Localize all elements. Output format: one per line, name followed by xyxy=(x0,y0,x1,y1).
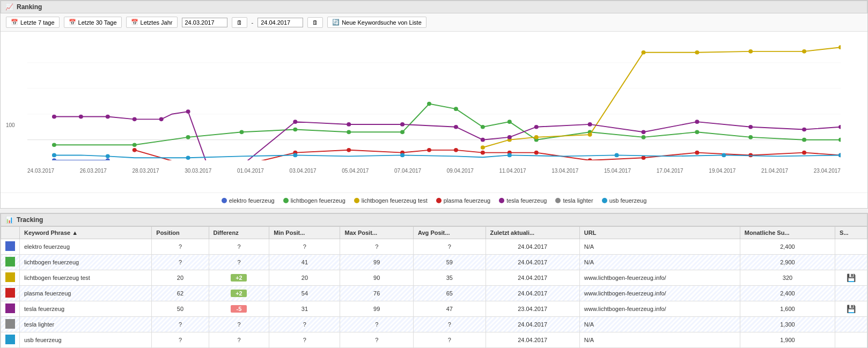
svg-point-12 xyxy=(347,130,351,134)
row-url[interactable]: www.lichtbogen-feuerzeug.info/ xyxy=(579,301,740,317)
row-url[interactable]: www.lichtbogen-feuerzeug.info/ xyxy=(579,270,740,286)
svg-point-42 xyxy=(481,151,485,155)
row-keyword[interactable]: tesla lighter xyxy=(20,317,152,332)
row-save xyxy=(835,239,867,255)
row-avg: 65 xyxy=(413,286,486,301)
row-avg: ? xyxy=(413,332,486,348)
col-keyword[interactable]: Keyword Phrase ▲ xyxy=(20,227,152,239)
legend-dot-lichtbogen-test xyxy=(354,198,359,203)
col-url[interactable]: URL xyxy=(579,227,740,239)
date-to-picker[interactable]: 🗓 xyxy=(307,17,323,28)
x-label-12: 17.04.2017 xyxy=(657,168,683,174)
date-to-input[interactable] xyxy=(258,18,303,27)
row-color-swatch xyxy=(1,286,20,301)
svg-point-21 xyxy=(695,130,699,134)
row-position: ? xyxy=(152,255,209,270)
row-save[interactable]: 💾 xyxy=(835,270,867,286)
row-url[interactable]: N/A xyxy=(579,239,740,255)
row-color-swatch xyxy=(1,301,20,317)
legend-dot-plasma xyxy=(436,198,442,203)
row-keyword[interactable]: elektro feuerzeug xyxy=(20,239,152,255)
date-from-picker[interactable]: 🗓 xyxy=(232,17,247,28)
svg-point-75 xyxy=(106,154,110,159)
row-updated: 24.04.2017 xyxy=(486,255,579,270)
svg-point-32 xyxy=(802,49,806,54)
svg-point-56 xyxy=(186,109,190,114)
svg-point-15 xyxy=(454,107,458,111)
row-keyword[interactable]: lichtbogen feuerzeug xyxy=(20,255,152,270)
x-label-15: 23.04.2017 xyxy=(814,168,841,174)
row-updated: 24.04.2017 xyxy=(486,270,579,286)
btn-7days[interactable]: 📅 Letzte 7 tage xyxy=(6,17,60,28)
save-icon[interactable]: 💾 xyxy=(847,305,856,313)
row-monthly: 2,400 xyxy=(740,286,835,301)
btn-year[interactable]: 📅 Letztes Jahr xyxy=(126,17,178,28)
cal-icon-30days: 📅 xyxy=(69,19,76,26)
row-save xyxy=(835,286,867,301)
row-max: 76 xyxy=(340,286,413,301)
row-url[interactable]: www.lichtbogen-feuerzeug.info/ xyxy=(579,286,740,301)
row-url[interactable]: N/A xyxy=(579,255,740,270)
col-position[interactable]: Position xyxy=(152,227,209,239)
table-row: plasma feuerzeug62+254766524.04.2017www.… xyxy=(1,286,867,301)
svg-point-68 xyxy=(695,120,699,124)
y-label: 100 xyxy=(6,122,15,128)
row-url[interactable]: N/A xyxy=(579,332,740,348)
svg-point-38 xyxy=(347,148,351,152)
svg-point-77 xyxy=(293,153,297,158)
x-label-6: 05.04.2017 xyxy=(342,168,369,174)
row-save xyxy=(835,332,867,348)
row-avg: 47 xyxy=(413,301,486,317)
save-icon[interactable]: 💾 xyxy=(847,273,856,282)
svg-point-74 xyxy=(52,153,56,158)
svg-point-62 xyxy=(454,125,458,129)
row-position: ? xyxy=(152,239,209,255)
row-keyword[interactable]: lichtbogen feuerzeug test xyxy=(20,270,152,286)
svg-point-76 xyxy=(186,156,190,160)
row-keyword[interactable]: plasma feuerzeug xyxy=(20,286,152,301)
btn-30days[interactable]: 📅 Letzte 30 Tage xyxy=(64,17,122,28)
btn-keyword-search[interactable]: 🔄 Neue Keywordsuche von Liste xyxy=(327,17,426,28)
col-min[interactable]: Min Posit... xyxy=(269,227,340,239)
row-avg: ? xyxy=(413,317,486,332)
svg-point-47 xyxy=(695,151,699,155)
svg-point-61 xyxy=(400,122,404,127)
svg-point-65 xyxy=(534,125,539,129)
row-updated: 24.04.2017 xyxy=(486,239,579,255)
row-position: 50 xyxy=(152,301,209,317)
svg-point-40 xyxy=(427,148,431,152)
svg-point-80 xyxy=(615,153,619,158)
row-min: 41 xyxy=(269,255,340,270)
col-monthly[interactable]: Monatliche Su... xyxy=(740,227,835,239)
row-differenz: -5 xyxy=(209,301,269,317)
col-max[interactable]: Max Posit... xyxy=(340,227,413,239)
col-updated[interactable]: Zuletzt aktuali... xyxy=(486,227,579,239)
row-min: 20 xyxy=(269,270,340,286)
row-position: ? xyxy=(152,317,209,332)
legend-label-plasma: plasma feuerzeug xyxy=(444,197,490,204)
legend-tesla-lighter: tesla lighter xyxy=(555,197,593,204)
svg-point-67 xyxy=(641,130,645,134)
date-from-input[interactable] xyxy=(182,18,227,27)
row-url[interactable]: N/A xyxy=(579,317,740,332)
svg-point-45 xyxy=(588,158,592,160)
col-avg[interactable]: Avg Posit... xyxy=(413,227,486,239)
svg-point-60 xyxy=(347,122,351,127)
svg-point-7 xyxy=(52,143,56,147)
svg-point-16 xyxy=(481,125,485,129)
svg-point-9 xyxy=(186,135,190,139)
row-updated: 24.04.2017 xyxy=(486,286,579,301)
x-label-10: 13.04.2017 xyxy=(551,168,578,174)
row-max: ? xyxy=(340,317,413,332)
row-min: 31 xyxy=(269,301,340,317)
legend-dot-lichtbogen xyxy=(283,198,289,203)
tracking-table: Keyword Phrase ▲ Position Differenz Min … xyxy=(1,226,867,348)
col-differenz[interactable]: Differenz xyxy=(209,227,269,239)
row-keyword[interactable]: usb feuerzeug xyxy=(20,332,152,348)
row-save[interactable]: 💾 xyxy=(835,301,867,317)
legend-label-tesla-lighter: tesla lighter xyxy=(563,197,593,204)
row-color-swatch xyxy=(1,332,20,348)
ranking-header: 📈 Ranking xyxy=(1,1,867,13)
svg-point-71 xyxy=(838,125,841,129)
row-keyword[interactable]: tesla feuerzeug xyxy=(20,301,152,317)
